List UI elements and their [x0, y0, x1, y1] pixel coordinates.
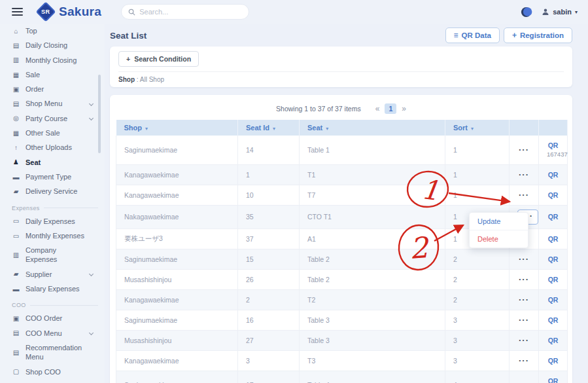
sort-caret-icon: ▾	[145, 126, 148, 132]
user-menu[interactable]: sabin ▾	[542, 8, 578, 16]
sidebar-item-daily-expenses[interactable]: ▭Daily Expenses	[0, 214, 105, 228]
sidebar-item-company-expenses[interactable]: ▥Company Expenses	[0, 243, 105, 267]
sidebar-item-recommendation-menu[interactable]: ▤Recommendation Menu	[0, 340, 105, 365]
row-actions-button[interactable]: ···	[519, 276, 529, 283]
cell-seat-id: 27	[238, 330, 300, 350]
sidebar-item-payment-type[interactable]: ▬Payment Type	[0, 170, 105, 184]
dark-mode-moon-icon[interactable]	[520, 6, 532, 18]
table-row: Saginumaekimae16Table 33···QR	[116, 310, 568, 330]
sidebar-item-top[interactable]: ⌂Top	[0, 24, 105, 38]
qr-link[interactable]: QR	[548, 235, 559, 243]
sidebar-item-other-uploads[interactable]: ↑Other Uploads	[0, 140, 105, 155]
global-search[interactable]	[121, 4, 249, 20]
cell-qr: QR	[539, 350, 568, 371]
brand-logo[interactable]: SR Sakura	[39, 5, 101, 19]
sidebar-item-other-sale[interactable]: ▦Other Sale	[0, 126, 105, 140]
sidebar-item-label: COO Order	[26, 314, 62, 323]
sidebar-item-monthly-expenses[interactable]: ▭Monthly Expenses	[0, 228, 105, 243]
column-header-seat[interactable]: Seat▾	[300, 120, 445, 136]
sidebar-item-label: Sale	[26, 70, 40, 79]
sidebar-item-coo-order[interactable]: ▣COO Order	[0, 311, 105, 325]
sidebar-item-coo-menu[interactable]: ▤COO Menu	[0, 326, 105, 340]
pagination-next-icon[interactable]: »	[402, 105, 406, 113]
cell-seat-id: 3	[238, 350, 300, 371]
row-actions-button[interactable]: ···	[519, 357, 529, 364]
qr-link[interactable]: QR	[548, 171, 559, 179]
sidebar-item-order[interactable]: ▣Order	[0, 82, 105, 96]
cell-seat: T2	[300, 289, 445, 310]
row-actions-button[interactable]: ···	[519, 337, 529, 344]
qr-link[interactable]: QR	[548, 255, 559, 263]
sidebar: ⌂Top▤Daily Closing▥Monthly Closing▦Sale▣…	[0, 24, 105, 383]
column-header-actions	[510, 120, 539, 136]
row-actions-button[interactable]: ···	[519, 256, 529, 263]
row-actions-button[interactable]: ···	[519, 192, 529, 198]
cell-sort: 3	[445, 350, 510, 371]
table-row: Kanagawaekimae1T11···QR	[116, 164, 568, 185]
sidebar-item-supplier[interactable]: ▰Supplier	[0, 267, 105, 282]
active-filter: Shop : All Shop	[118, 72, 564, 83]
qr-link[interactable]: QR	[548, 377, 559, 383]
cell-seat: Table 1	[300, 136, 445, 164]
cell-shop: 要株ユーザ3	[116, 228, 238, 249]
sidebar-item-delivery-service[interactable]: ▰Delivery Service	[0, 184, 105, 198]
sidebar-item-party-course[interactable]: ◎Party Course	[0, 111, 105, 126]
sidebar-item-coo-user-list[interactable]: ▯COO User List	[0, 379, 105, 383]
sidebar-item-shop-coo[interactable]: ▢Shop COO	[0, 365, 105, 379]
sidebar-item-label: COO Menu	[26, 329, 62, 338]
sidebar-item-seat[interactable]: ♟Seat	[0, 155, 105, 170]
qr-link[interactable]: QR	[548, 357, 559, 365]
menu-item-delete[interactable]: Delete	[470, 230, 528, 247]
sidebar-scrollbar[interactable]	[98, 75, 101, 153]
sidebar-item-shop-menu[interactable]: ▤Shop Menu	[0, 96, 105, 111]
pagination-page-1[interactable]: 1	[385, 103, 396, 114]
column-header-shop[interactable]: Shop▾	[116, 120, 238, 136]
table-row: Saginumaekimae17Table 44···QR884813	[116, 371, 568, 383]
row-actions-button[interactable]: ···	[519, 172, 529, 178]
table-body: Saginumaekimae14Table 11···QR167437Kanag…	[116, 136, 568, 383]
cell-seat: A1	[300, 228, 445, 249]
row-actions-button[interactable]: ···	[519, 297, 529, 303]
cell-sort: 2	[445, 269, 510, 289]
sidebar-item-daily-closing[interactable]: ▤Daily Closing	[0, 38, 105, 52]
registration-button[interactable]: + Registration	[504, 27, 572, 43]
cell-seat-id: 10	[238, 185, 300, 205]
qr-link[interactable]: QR	[548, 296, 559, 304]
qr-link[interactable]: QR	[548, 213, 559, 221]
sidebar-item-label: Other Uploads	[26, 143, 72, 152]
qr-link[interactable]: QR	[548, 316, 559, 324]
column-header-sort[interactable]: Sort▾	[445, 120, 510, 136]
cell-sort: 1	[445, 185, 510, 205]
search-input[interactable]	[139, 8, 242, 16]
row-actions-button[interactable]: ···	[519, 317, 529, 323]
cell-qr: QR167437	[539, 136, 568, 164]
menu-item-update[interactable]: Update	[470, 213, 528, 230]
cell-actions: ···	[510, 350, 539, 371]
salary-expenses-icon: ▬	[12, 285, 20, 293]
showing-count-text: Showing 1 to 37 of 37 items	[276, 105, 361, 113]
pagination-prev-icon[interactable]: «	[375, 105, 380, 113]
qr-link[interactable]: QR	[548, 337, 559, 344]
sale-icon: ▦	[12, 71, 20, 79]
hamburger-menu-icon[interactable]	[12, 8, 23, 16]
sidebar-item-sale[interactable]: ▦Sale	[0, 67, 105, 82]
search-condition-button[interactable]: + Search Condition	[118, 51, 199, 67]
sidebar-item-salary-expenses[interactable]: ▬Salary Expenses	[0, 282, 105, 296]
qr-data-button[interactable]: ≡ QR Data	[445, 27, 500, 43]
sidebar-item-label: Shop Menu	[26, 99, 62, 108]
search-icon	[128, 9, 135, 16]
filter-separator: :	[137, 76, 139, 83]
column-header-seat-id[interactable]: Seat Id▾	[238, 120, 300, 136]
sidebar-item-label: Supplier	[26, 270, 52, 279]
supplier-icon: ▰	[12, 270, 20, 278]
page-title: Seat List	[110, 31, 147, 41]
qr-link[interactable]: QR	[548, 276, 559, 283]
qr-link[interactable]: QR	[548, 191, 559, 199]
row-actions-button[interactable]: ···	[519, 147, 529, 153]
user-icon	[542, 8, 549, 16]
sidebar-item-label: Delivery Service	[26, 187, 77, 196]
sidebar-item-monthly-closing[interactable]: ▥Monthly Closing	[0, 53, 105, 67]
table-row: Kanagawaekimae3T33···QR	[116, 350, 568, 371]
cell-seat-id: 17	[238, 371, 300, 383]
qr-link[interactable]: QR	[548, 141, 559, 149]
